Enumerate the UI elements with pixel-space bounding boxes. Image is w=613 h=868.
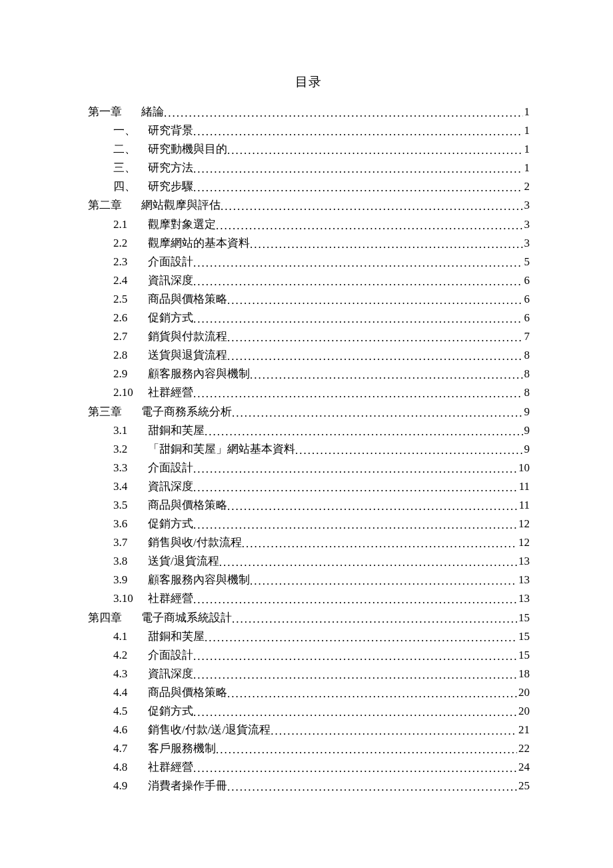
toc-entry: 3.4資訊深度11 — [87, 477, 530, 496]
toc-entry-page: 3 — [523, 215, 530, 234]
toc-leader-dots — [193, 759, 517, 778]
toc-entry-text: 「甜銅和芙屋」網站基本資料 — [148, 440, 295, 459]
toc-entry-text: 資訊深度 — [148, 271, 193, 290]
toc-entry-text: 資訊深度 — [148, 477, 193, 496]
toc-entry: 3.5商品與價格策略11 — [87, 496, 530, 515]
toc-entry-number: 2.7 — [113, 327, 148, 346]
toc-entry-number: 四、 — [113, 177, 148, 196]
toc-entry: 一、研究背景1 — [87, 121, 530, 140]
toc-entry-number: 2.8 — [113, 346, 148, 365]
toc-entry-text: 客戶服務機制 — [148, 739, 216, 758]
toc-entry-page: 6 — [523, 290, 530, 309]
toc-entry-text: 商品與價格策略 — [148, 496, 227, 515]
toc-leader-dots — [232, 610, 517, 629]
toc-entry: 2.8送貨與退貨流程8 — [87, 346, 530, 365]
toc-entry: 第三章電子商務系統分析9 — [87, 403, 530, 421]
toc-leader-dots — [193, 273, 523, 291]
toc-entry-text: 介面設計 — [148, 253, 193, 271]
toc-entry: 3.2「甜銅和芙屋」網站基本資料9 — [87, 440, 530, 459]
toc-entry-text: 顧客服務內容與機制 — [148, 571, 250, 589]
toc-entry: 2.9顧客服務內容與機制8 — [87, 365, 530, 383]
toc-leader-dots — [193, 591, 517, 609]
toc-entry-text: 社群經營 — [148, 589, 193, 608]
toc-entry-text: 電子商務系統分析 — [141, 403, 232, 421]
toc-list: 第一章緒論1一、研究背景1二、研究動機與目的1三、研究方法1四、研究步驟2第二章… — [87, 103, 530, 795]
toc-entry-page: 2 — [523, 177, 530, 196]
toc-entry: 2.5商品與價格策略6 — [87, 290, 530, 309]
toc-entry-page: 13 — [517, 571, 530, 589]
toc-leader-dots — [193, 516, 517, 535]
toc-entry: 四、研究步驟2 — [87, 177, 530, 196]
toc-entry-page: 12 — [517, 515, 530, 533]
toc-entry-number: 2.9 — [113, 365, 148, 383]
toc-leader-dots — [250, 235, 523, 254]
toc-entry-text: 觀摩對象選定 — [148, 215, 216, 234]
toc-entry: 3.8送貨/退貨流程13 — [87, 552, 530, 571]
toc-entry-page: 8 — [523, 346, 530, 365]
toc-entry-page: 15 — [517, 627, 530, 646]
toc-leader-dots — [205, 629, 517, 647]
toc-entry-number: 一、 — [113, 121, 148, 140]
toc-entry-number: 二、 — [113, 140, 148, 159]
toc-entry-text: 消費者操作手冊 — [148, 777, 227, 795]
toc-leader-dots — [216, 217, 523, 235]
toc-entry-text: 甜銅和芙屋 — [148, 421, 205, 440]
toc-leader-dots — [193, 460, 517, 479]
toc-leader-dots — [227, 685, 517, 703]
toc-leader-dots — [227, 347, 523, 366]
toc-entry-page: 20 — [517, 683, 530, 702]
toc-entry-page: 6 — [523, 309, 530, 327]
toc-entry-page: 15 — [517, 609, 530, 627]
toc-entry-page: 20 — [517, 702, 530, 721]
toc-leader-dots — [193, 385, 523, 403]
toc-entry: 3.1甜銅和芙屋9 — [87, 421, 530, 440]
toc-entry-text: 銷貨與付款流程 — [148, 327, 227, 346]
document-page: 目录 第一章緒論1一、研究背景1二、研究動機與目的1三、研究方法1四、研究步驟2… — [0, 0, 613, 862]
toc-leader-dots — [227, 291, 523, 310]
toc-entry: 4.2介面設計15 — [87, 646, 530, 665]
toc-entry-number: 4.7 — [113, 739, 148, 758]
toc-entry-number: 第四章 — [87, 609, 141, 627]
toc-entry-number: 3.5 — [113, 496, 148, 515]
toc-entry-text: 促銷方式 — [148, 309, 193, 327]
toc-entry: 二、研究動機與目的1 — [87, 140, 530, 159]
toc-entry: 4.6銷售收/付款/送/退貨流程21 — [87, 721, 530, 739]
toc-title: 目录 — [87, 73, 530, 91]
toc-entry-page: 8 — [523, 383, 530, 402]
toc-entry-text: 送貨與退貨流程 — [148, 346, 227, 365]
toc-entry-number: 4.6 — [113, 721, 148, 739]
toc-entry: 4.3資訊深度18 — [87, 665, 530, 683]
toc-leader-dots — [193, 647, 517, 666]
toc-entry: 3.3介面設計10 — [87, 459, 530, 477]
toc-entry: 2.1觀摩對象選定3 — [87, 215, 530, 234]
toc-entry-text: 研究方法 — [148, 159, 193, 177]
toc-entry: 4.9消費者操作手冊25 — [87, 777, 530, 795]
toc-entry-number: 2.4 — [113, 271, 148, 290]
toc-entry: 4.7客戶服務機制22 — [87, 739, 530, 758]
toc-entry-number: 4.5 — [113, 702, 148, 721]
toc-entry: 2.10社群經營8 — [87, 383, 530, 402]
toc-entry-number: 3.2 — [113, 440, 148, 459]
toc-entry-page: 5 — [523, 253, 530, 271]
toc-entry-text: 社群經營 — [148, 383, 193, 402]
toc-entry-page: 11 — [518, 496, 530, 515]
toc-entry-page: 25 — [517, 777, 530, 795]
toc-entry-text: 促銷方式 — [148, 515, 193, 533]
toc-entry: 2.6促銷方式6 — [87, 309, 530, 327]
toc-leader-dots — [193, 160, 523, 179]
toc-entry-page: 21 — [517, 721, 530, 739]
toc-entry-text: 研究動機與目的 — [148, 140, 227, 159]
toc-entry-number: 第二章 — [87, 196, 141, 215]
toc-leader-dots — [250, 366, 523, 385]
toc-entry: 第二章網站觀摩與評估3 — [87, 196, 530, 215]
toc-leader-dots — [250, 572, 517, 591]
toc-entry-page: 6 — [523, 271, 530, 290]
toc-leader-dots — [219, 553, 517, 572]
toc-leader-dots — [227, 141, 523, 160]
toc-entry-number: 3.3 — [113, 459, 148, 477]
toc-entry: 3.10社群經營13 — [87, 589, 530, 608]
toc-entry: 4.5促銷方式20 — [87, 702, 530, 721]
toc-entry-text: 介面設計 — [148, 646, 193, 665]
toc-entry: 3.7銷售與收/付款流程12 — [87, 533, 530, 552]
toc-entry-page: 18 — [517, 665, 530, 683]
